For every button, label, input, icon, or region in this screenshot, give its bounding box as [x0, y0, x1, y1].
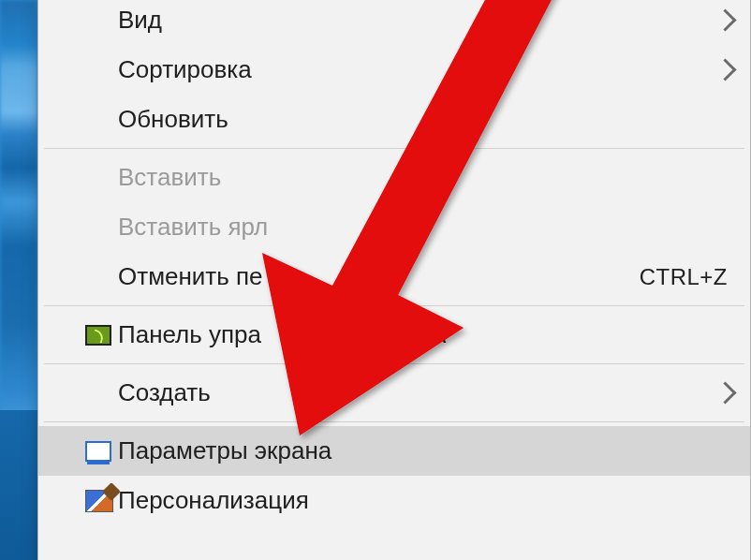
taskbar-fragment — [0, 410, 37, 560]
menu-item-label: Обновить — [118, 105, 228, 134]
menu-item-label-tail: А — [430, 320, 446, 349]
menu-item-shortcut: CTRL+Z — [640, 264, 728, 290]
chevron-right-icon — [714, 58, 736, 81]
menu-item-paste-shortcut: Вставить ярл — [38, 202, 750, 252]
chevron-right-icon — [714, 8, 736, 31]
menu-item-personalize[interactable]: Персонализация — [38, 476, 750, 525]
chevron-right-icon — [714, 381, 736, 404]
menu-item-label: Вставить ярл — [118, 213, 268, 242]
separator — [44, 148, 744, 149]
separator — [44, 305, 744, 306]
desktop-context-menu[interactable]: Вид Сортировка Обновить Вставить Вставит… — [37, 0, 751, 560]
display-icon — [85, 441, 111, 462]
separator — [44, 363, 744, 364]
menu-item-label: Параметры экрана — [118, 436, 331, 465]
menu-item-label: Вставить — [118, 163, 221, 192]
menu-item-undo[interactable]: Отменить пе CTRL+Z — [38, 252, 750, 302]
menu-item-label: Отменить пе — [118, 262, 263, 291]
separator — [44, 421, 744, 422]
menu-item-label: Панель упра — [118, 320, 261, 349]
personalize-icon — [85, 490, 113, 512]
menu-item-label: Создать — [118, 378, 211, 407]
menu-item-paste: Вставить — [38, 153, 750, 202]
menu-item-label: Вид — [118, 6, 162, 35]
nvidia-icon — [85, 325, 111, 346]
menu-item-view[interactable]: Вид — [38, 0, 750, 45]
menu-item-new[interactable]: Создать — [38, 368, 750, 418]
menu-item-display-settings[interactable]: Параметры экрана — [38, 426, 750, 476]
menu-item-label: Сортировка — [118, 55, 252, 84]
menu-item-nvidia-panel[interactable]: Панель упра А — [38, 310, 750, 360]
menu-item-refresh[interactable]: Обновить — [38, 95, 750, 144]
menu-item-label: Персонализация — [118, 486, 309, 515]
menu-item-sort[interactable]: Сортировка — [38, 45, 750, 95]
